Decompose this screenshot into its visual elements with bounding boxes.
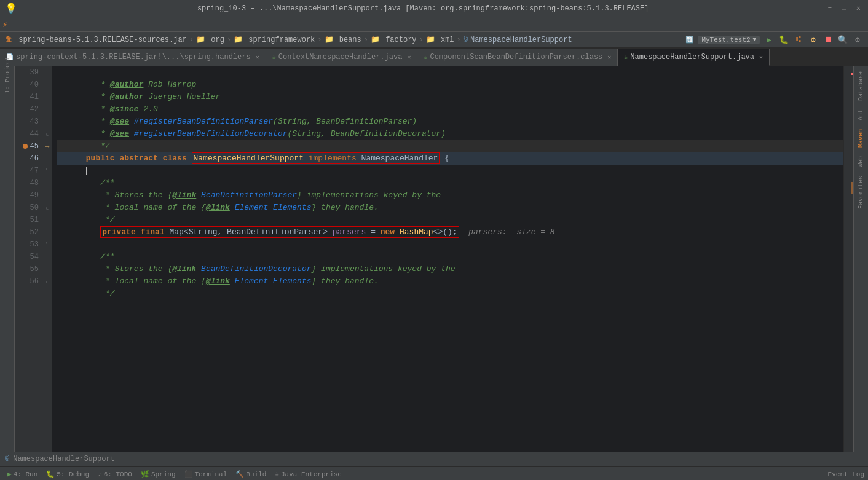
fold-end-56[interactable]: ⌞: [45, 275, 49, 288]
fold-start-47[interactable]: ⌜: [45, 165, 49, 177]
breadcrumb-springframework[interactable]: 📁 springframework: [234, 35, 315, 44]
tab-close-component[interactable]: ✕: [607, 53, 611, 61]
breadcrumb-beans[interactable]: 📁 beans: [325, 35, 361, 44]
project-icon[interactable]: 1: Project: [1, 69, 14, 81]
scroll-position-marker: [851, 182, 853, 194]
close-button[interactable]: ✕: [854, 4, 863, 13]
line-num-51: 51: [15, 214, 39, 226]
class-declaration-box: NamespaceHandlerSupport implements Names…: [192, 152, 440, 164]
breadcrumb-class[interactable]: NamespaceHandlerSupport: [470, 36, 572, 44]
line-numbers: 39 40 41 42 43 44 45 46 47 48 49 50 51 5…: [15, 66, 42, 452]
todo-tool-button[interactable]: ☑ 6: TODO: [94, 469, 136, 479]
gutter-39: [42, 66, 52, 79]
gutter-43: [42, 116, 52, 128]
gutter-41: [42, 91, 52, 103]
profile-button[interactable]: ⚙: [808, 34, 819, 45]
title-bar: 💡 spring_10-3 – ...\NamespaceHandlerSupp…: [0, 0, 868, 17]
java-enterprise-label: Java Enterprise: [281, 471, 342, 478]
breakpoint-marker[interactable]: [23, 144, 28, 149]
favorites-tool[interactable]: Favorites: [856, 173, 866, 211]
line-num-52: 52: [15, 226, 39, 238]
maven-tool[interactable]: Maven: [856, 127, 866, 150]
spring-tool-button[interactable]: 🌿 Spring: [137, 469, 180, 479]
right-tools-panel: Database Ant Maven Web Favorites: [853, 66, 868, 452]
gutter-44: ⌞: [42, 128, 52, 140]
breadcrumb-sep-6: ›: [457, 36, 461, 44]
current-class-path: NamespaceHandlerSupport: [13, 455, 115, 463]
tab-context-handler[interactable]: ☕ ContextNamespaceHandler.java ✕: [266, 49, 418, 66]
code-line-39: * @author Rob Harrop: [57, 66, 843, 79]
tab-close-namespace[interactable]: ✕: [759, 53, 763, 61]
breadcrumb-factory[interactable]: 📁 factory: [371, 35, 417, 44]
run-tool-button[interactable]: ▶ 4: Run: [4, 469, 41, 479]
database-tool[interactable]: Database: [856, 69, 866, 103]
line-num-43: 43: [15, 116, 39, 128]
right-scroll-panel[interactable]: [843, 66, 853, 452]
gutter-51: [42, 214, 52, 226]
line-num-56: 56: [15, 275, 39, 288]
fold-end-44[interactable]: ⌞: [45, 128, 49, 140]
breadcrumb-sep-1: ›: [189, 36, 194, 44]
breadcrumb-org[interactable]: 📁 org: [196, 35, 224, 44]
gutter-52: [42, 226, 52, 238]
run-button[interactable]: ▶: [763, 34, 775, 45]
gutter-50: ⌞: [42, 202, 52, 214]
tabs-bar: 📄 spring-context-5.1.3.RELEASE.jar!\...\…: [0, 48, 868, 66]
line-num-49: 49: [15, 189, 39, 202]
stop-button[interactable]: ⏹: [823, 34, 834, 45]
tab-close-context[interactable]: ✕: [407, 53, 411, 61]
run-tool-label: 4: Run: [14, 471, 38, 478]
tab-label-component: ComponentScanBeanDefinitionParser.class: [430, 53, 602, 61]
ant-tool[interactable]: Ant: [856, 107, 866, 123]
class-breadcrumb-icon: ©: [5, 455, 9, 463]
run-config-label: MyTest.test2: [701, 36, 750, 44]
code-area[interactable]: * @author Rob Harrop * @author Juergen H…: [52, 66, 843, 452]
minimize-button[interactable]: –: [825, 4, 834, 13]
breadcrumb-sep-5: ›: [419, 36, 424, 44]
line-num-50: 50: [15, 202, 39, 214]
tab-icon-namespace: ☕: [624, 53, 628, 61]
debug-tool-button[interactable]: 🐛 5: Debug: [42, 469, 93, 479]
gutter-40: [42, 79, 52, 91]
line-num-40: 40: [15, 79, 39, 91]
gutter-45: →: [42, 140, 52, 152]
line-num-53: 53: [15, 238, 39, 251]
breadcrumb-jar[interactable]: 🗜 spring-beans-5.1.3.RELEASE-sources.jar: [5, 35, 187, 44]
breadcrumb-sep-2: ›: [227, 36, 231, 44]
code-line-45: public abstract class NamespaceHandlerSu…: [57, 140, 843, 152]
maximize-button[interactable]: □: [840, 4, 849, 13]
breadcrumb-sep-4: ›: [364, 36, 368, 44]
tab-close-handlers[interactable]: ✕: [256, 53, 259, 61]
tab-spring-handlers[interactable]: 📄 spring-context-5.1.3.RELEASE.jar!\...\…: [0, 49, 266, 66]
run-config-selector[interactable]: MyTest.test2 ▼: [698, 36, 760, 44]
tab-icon-context: ☕: [272, 53, 276, 61]
fold-start-53[interactable]: ⌜: [45, 238, 49, 251]
fold-end-50[interactable]: ⌞: [45, 202, 49, 214]
intellij-icon: ⚡: [2, 19, 7, 30]
run-config-area: 🔃 MyTest.test2 ▼ ▶ 🐛 ⑆ ⚙ ⏹ 🔍 ⚙: [685, 34, 863, 45]
debug-tool-icon: 🐛: [46, 470, 55, 478]
sync-icon[interactable]: 🔃: [685, 36, 694, 44]
window-controls: – □ ✕: [825, 4, 863, 13]
settings-button[interactable]: ⚙: [852, 34, 863, 45]
coverage-button[interactable]: ⑆: [793, 34, 804, 45]
line-num-55: 55: [15, 263, 39, 275]
build-label: Build: [246, 471, 266, 478]
search-everywhere-button[interactable]: 🔍: [837, 34, 848, 45]
code-line-53: /**: [57, 238, 843, 251]
event-log-button[interactable]: Event Log: [828, 471, 864, 478]
build-tool-button[interactable]: 🔨 Build: [232, 469, 270, 479]
tab-label-context: ContextNamespaceHandler.java: [278, 53, 403, 61]
terminal-icon: ⬛: [184, 470, 193, 478]
todo-label: 6: TODO: [104, 471, 132, 478]
tab-namespace-handler[interactable]: ☕ NamespaceHandlerSupport.java ✕: [618, 49, 770, 66]
breadcrumb-xml[interactable]: 📁 xml: [426, 35, 454, 44]
build-icon: 🔨: [235, 470, 244, 478]
tab-component-scan[interactable]: ☕ ComponentScanBeanDefinitionParser.clas…: [417, 49, 618, 66]
debug-button[interactable]: 🐛: [778, 34, 789, 45]
gutter: ⌞ → ⌜ ⌞ ⌜ ⌞: [42, 66, 52, 452]
terminal-tool-button[interactable]: ⬛ Terminal: [181, 469, 231, 479]
web-tool[interactable]: Web: [856, 154, 866, 170]
java-enterprise-button[interactable]: ☕ Java Enterprise: [271, 469, 345, 479]
gutter-49: [42, 189, 52, 202]
